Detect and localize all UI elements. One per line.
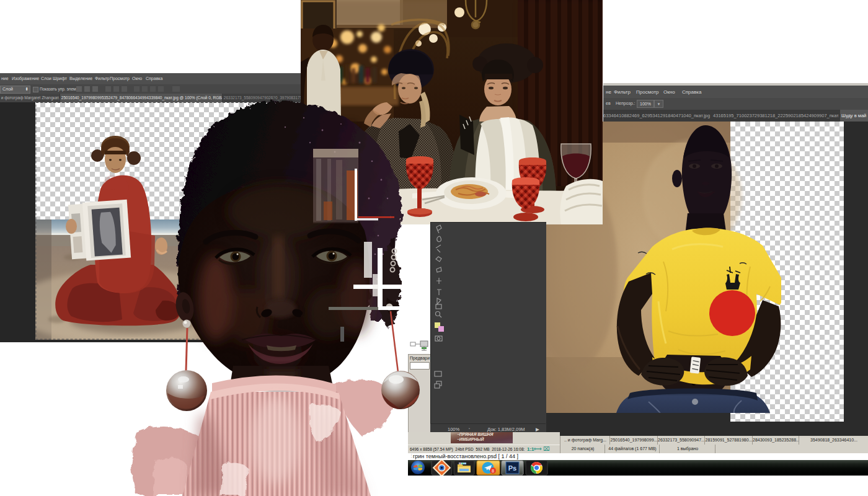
svg-text:8: 8 [492, 469, 494, 473]
svg-text:Ps: Ps [508, 464, 516, 472]
